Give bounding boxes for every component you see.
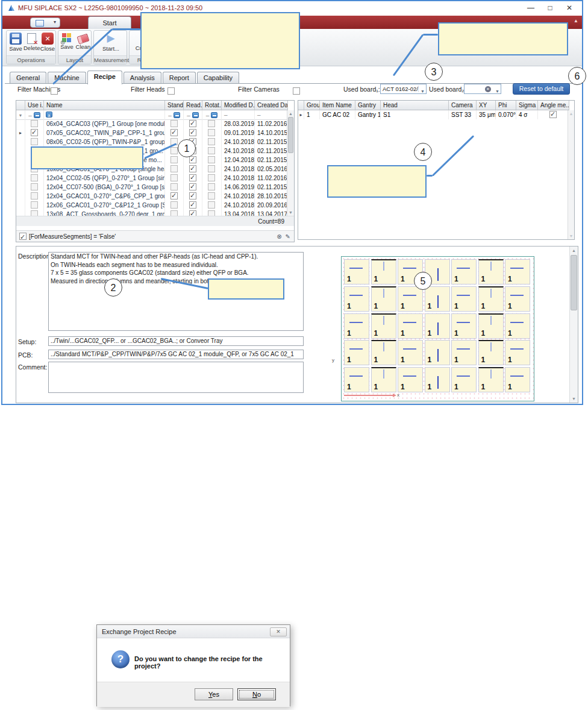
table-row[interactable]: 13x08_ACT_Grossboards_0-270 degr_1 group… [16,210,288,216]
column-header[interactable]: XY [477,101,496,110]
standard-checkbox[interactable] [170,174,178,181]
column-header[interactable] [298,101,304,110]
ready-checkbox[interactable] [189,192,196,199]
table-row[interactable]: 12x06_GCAC01_0-270°_C&P12_1 Group [Singl… [16,201,288,210]
close-button[interactable]: ✕ [561,2,577,13]
board-cell[interactable]: 1 [451,367,477,392]
used-board2-combo[interactable]: ✕▼ [464,84,501,94]
tab-capability[interactable]: Capability [197,72,239,84]
scrollbar-thumb[interactable] [288,117,293,153]
delete-button[interactable]: Delete [23,31,39,57]
board-cell[interactable]: 1 [344,286,369,312]
rotate-checkbox[interactable] [208,183,215,190]
rotate-checkbox[interactable] [208,147,215,154]
table-row[interactable]: 12x04_CC02-05 (QFP)_0-270°_1 Group [sing… [16,174,288,183]
board-cell[interactable]: 1 [425,340,450,365]
scroll-down-icon[interactable]: ▼ [568,234,574,238]
filter-check-icon[interactable] [192,112,199,118]
column-header[interactable]: Gantry [355,101,381,110]
filter-heads-checkbox[interactable] [167,87,175,95]
standard-checkbox[interactable] [170,156,178,163]
used-board1-combo[interactable]: ACT 0162-02/▼ [380,84,427,94]
column-header[interactable]: Stand... [165,101,184,110]
table-row[interactable]: 12x04_GCAC01_0-270°_C&P6_CPP_1 group [si… [16,192,288,201]
board-cell[interactable]: 1 [371,340,396,365]
minimize-button[interactable]: — [523,2,539,13]
use-checkbox[interactable] [31,201,38,209]
tab-analysis[interactable]: Analysis [124,72,161,84]
save-button[interactable]: Save [8,31,23,57]
board-cell[interactable]: 1 [478,286,504,312]
rotate-checkbox[interactable] [208,192,215,199]
dialog-close-button[interactable]: ✕ [270,627,287,636]
column-header[interactable]: Modified D... [222,101,255,110]
table-row[interactable]: 12x04_CC07-500 (BGA)_0-270°_1 Group [sin… [16,183,288,192]
use-checkbox[interactable] [31,138,38,145]
scroll-down-icon[interactable]: ▼ [570,397,578,401]
ready-checkbox[interactable] [189,165,196,172]
column-header[interactable]: Group [304,101,320,110]
use-checkbox[interactable] [31,129,38,136]
use-checkbox[interactable] [31,120,38,127]
start-measurement-button[interactable]: ▶Start... [95,31,127,57]
board-cell[interactable]: 1 [371,286,396,312]
clean-button[interactable]: Clean [75,31,91,57]
board-cell[interactable]: 1 [425,286,450,312]
pcb-field[interactable]: ../Standard MCT/P&P_CPP/TWIN/P&P/7x5 GC … [48,350,304,359]
board-cell[interactable]: 1 [478,340,504,365]
clear-icon[interactable]: ✕ [485,86,491,92]
scroll-up-icon[interactable]: ▲ [568,112,574,116]
board-cell[interactable]: 1 [505,367,530,392]
board-cell[interactable]: 1 [505,313,530,339]
scroll-up-icon[interactable]: ▲ [287,112,294,116]
column-header[interactable] [16,101,25,110]
standard-checkbox[interactable] [170,210,178,216]
rotate-checkbox[interactable] [208,129,215,136]
filter-cell[interactable]: ▼ [16,110,25,119]
column-header[interactable]: Read... [184,101,202,110]
rotate-checkbox[interactable] [208,174,215,181]
standard-checkbox[interactable] [170,129,178,136]
board-cell[interactable]: 1 [344,259,369,284]
ready-checkbox[interactable] [189,201,196,209]
rotate-checkbox[interactable] [208,201,215,209]
rotate-checkbox[interactable] [208,120,215,127]
filter-cameras-checkbox[interactable] [293,87,300,95]
standard-checkbox[interactable] [170,201,178,209]
setup-field[interactable]: ../Twin/...GCAC02_QFP... or ...GCAC02_BG… [48,336,304,346]
tab-report[interactable]: Report [163,72,196,84]
board-cell[interactable]: 1 [478,259,504,284]
board-cell[interactable]: 1 [505,340,530,365]
board-cell[interactable]: 1 [371,259,396,284]
board-cell[interactable]: 1 [451,340,477,365]
use-checkbox[interactable] [31,174,38,181]
table-row[interactable]: ▸07x05_GCAC02_TWIN_P&P_CPP-1_1 group [on… [16,128,288,137]
scroll-down-icon[interactable]: ▼ [287,210,294,215]
standard-checkbox[interactable] [170,183,178,190]
filter-cell[interactable]: – [184,110,202,119]
column-header[interactable]: Phi [496,101,516,110]
app-menu-button[interactable]: ▾ [30,17,60,28]
rotate-checkbox[interactable] [208,165,215,172]
layout-save-button[interactable]: Save [59,31,75,57]
scroll-up-icon[interactable]: ▲ [570,248,578,253]
tab-general[interactable]: General [10,72,46,84]
board-cell[interactable]: 1 [398,286,423,312]
filter-cell[interactable] [44,110,165,119]
board-cell[interactable]: 1 [344,340,369,365]
use-checkbox[interactable] [31,210,38,216]
column-header[interactable]: Name [44,101,165,110]
board-view[interactable]: 11111111111111111111111111111111111 x y [339,250,569,401]
column-header[interactable]: Sigma [516,101,538,110]
ready-checkbox[interactable] [189,174,196,181]
rotate-checkbox[interactable] [208,210,215,216]
filter-check-icon[interactable] [174,112,180,118]
angle-measure-checkbox[interactable] [549,111,557,118]
no-button[interactable]: No [237,688,276,700]
filter-check-icon[interactable] [34,112,40,118]
board-cell[interactable]: 1 [425,313,450,339]
column-header[interactable]: Rotat... [202,101,222,110]
board-cell[interactable]: 1 [451,286,477,312]
use-checkbox[interactable] [31,192,38,199]
ready-checkbox[interactable] [189,129,196,136]
